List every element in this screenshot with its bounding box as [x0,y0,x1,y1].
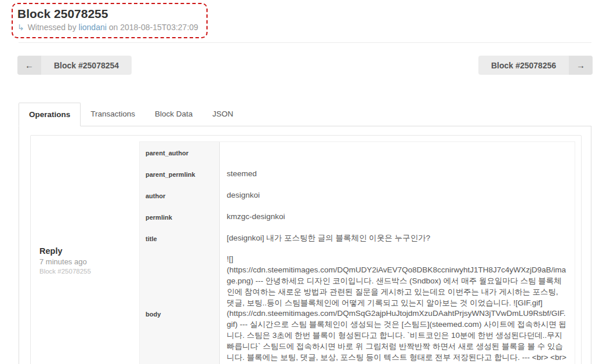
operation-age: 7 minutes ago [39,257,139,266]
field-value: kmzgc-designkoi [220,206,575,228]
field-value: designkoi [220,185,575,206]
witness-prefix: Witnessed by [28,23,77,32]
field-value: ![](https://cdn.steemitimages.com/DQmUDY… [220,249,575,364]
table-row: parent_permlink steemed [140,163,575,185]
witness-link[interactable]: liondani [79,23,107,32]
witness-line: ↳ Witnessed by liondani on 2018-08-15T03… [17,23,198,32]
tab-transactions[interactable]: Transactions [81,103,145,126]
next-block-label: Block #25078256 [478,56,569,75]
next-block-button[interactable]: Block #25078256 → [478,56,593,75]
operation-fields-table: parent_author parent_permlink steemed au… [139,141,575,364]
table-row: title [designkoi] 내가 포스팅한 글의 블록체인 이웃은 누구… [140,228,575,249]
operations-panel: Reply 7 minutes ago Block #25078255 pare… [19,126,591,364]
operation-block-link[interactable]: Block #25078255 [39,268,139,275]
operation-card: Reply 7 minutes ago Block #25078255 pare… [30,135,582,364]
block-detail-section: Operations Transactions Block Data JSON … [19,103,591,364]
witness-joiner: on [109,23,118,32]
block-nav: ← Block #25078254 Block #25078256 → [17,56,593,75]
table-row: author designkoi [140,185,575,206]
field-key: body [140,249,220,364]
field-key: parent_permlink [140,163,220,185]
field-key: author [140,185,220,206]
prev-block-label: Block #25078254 [41,56,132,75]
field-key: parent_author [140,142,220,163]
prev-block-button[interactable]: ← Block #25078254 [17,56,132,75]
tab-block-data[interactable]: Block Data [145,103,202,126]
page-title: Block 25078255 [17,7,198,21]
operation-type: Reply [39,246,139,256]
corner-arrow-icon: ↳ [17,23,24,32]
block-timestamp: 2018-08-15T03:27:09 [120,23,198,32]
field-value [220,142,575,163]
header-divider [19,42,591,43]
field-value: steemed [220,163,575,185]
tab-json[interactable]: JSON [202,103,243,126]
operation-summary: Reply 7 minutes ago Block #25078255 [37,141,139,364]
table-row: permlink kmzgc-designkoi [140,206,575,228]
field-value: [designkoi] 내가 포스팅한 글의 블록체인 이웃은 누구인가? [220,228,575,249]
table-row: parent_author [140,142,575,163]
arrow-right-icon: → [569,56,593,75]
page-header: Block 25078255 ↳ Witnessed by liondani o… [0,0,610,38]
field-key: title [140,228,220,249]
arrow-left-icon: ← [17,56,41,75]
table-row: body ![](https://cdn.steemitimages.com/D… [140,249,575,364]
tab-bar: Operations Transactions Block Data JSON [19,103,591,126]
annotation-highlight: Block 25078255 ↳ Witnessed by liondani o… [12,3,208,38]
tab-operations[interactable]: Operations [19,103,81,126]
field-key: permlink [140,206,220,228]
